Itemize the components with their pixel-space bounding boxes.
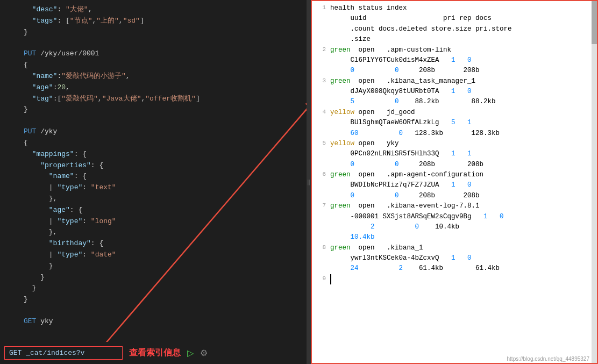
- code-line: }: [0, 104, 307, 116]
- settings-button[interactable]: ⚙: [200, 348, 208, 358]
- run-button[interactable]: ▷: [187, 348, 194, 358]
- code-line: {: [0, 138, 307, 149]
- code-line: "age": {: [0, 205, 307, 216]
- right-output-panel: 1 health status index uuid pri rep docs …: [311, 0, 598, 364]
- code-line: [0, 116, 307, 126]
- scrollbar-thumb[interactable]: [592, 1, 597, 44]
- code-line: }: [0, 294, 307, 305]
- code-line: | "type": "long": [0, 216, 307, 227]
- annotation-label: 查看索引信息: [129, 347, 181, 359]
- code-line: GET yky: [0, 316, 307, 327]
- get-indices-input[interactable]: [4, 346, 123, 360]
- code-line: },: [0, 194, 307, 205]
- code-line: PUT /yky/user/0001: [0, 48, 307, 60]
- output-line-9: 9: [315, 274, 594, 284]
- code-line: [0, 38, 307, 48]
- code-line: "birthday": {: [0, 238, 307, 249]
- code-line: "age":20,: [0, 82, 307, 94]
- panel-divider[interactable]: ‖: [307, 0, 311, 364]
- bottom-input-area: 查看索引信息 ▷ ⚙: [0, 342, 307, 364]
- code-line: }: [0, 261, 307, 272]
- code-line: | "type": "text": [0, 182, 307, 194]
- output-line-2: 2 green open .apm-custom-link Cl6PlYY6TC…: [315, 45, 594, 76]
- code-line: PUT /yky: [0, 126, 307, 138]
- code-line: "name": {: [0, 171, 307, 182]
- code-line: },: [0, 227, 307, 238]
- output-line-4: 4 yellow open jd_good BUlSghmQTaeW6ORfAL…: [315, 108, 594, 139]
- output-content: 1 health status index uuid pri rep docs …: [312, 1, 597, 363]
- right-scrollbar[interactable]: [592, 1, 597, 363]
- code-line: {: [0, 60, 307, 71]
- output-line-3: 3 green open .kibana_task_manager_1 dJAy…: [315, 76, 594, 108]
- code-line: "properties": {: [0, 160, 307, 172]
- code-line: "tag":["爱敲代码","Java大佬","offer收割机"]: [0, 94, 307, 105]
- left-editor-panel: "desc": "大佬", "tags": ["节点","上的","sd"] }…: [0, 0, 307, 364]
- output-line-1: 1 health status index uuid pri rep docs …: [315, 3, 594, 45]
- code-line: "mappings": {: [0, 149, 307, 160]
- code-line: | "type": "date": [0, 249, 307, 261]
- output-line-6: 6 green open .apm-agent-configuration BW…: [315, 170, 594, 201]
- code-line: }: [0, 283, 307, 294]
- code-line: }: [0, 272, 307, 283]
- code-line: "desc": "大佬",: [0, 4, 307, 16]
- url-watermark: https://blog.csdn.net/qq_44895327: [507, 356, 589, 362]
- code-line: }: [0, 27, 307, 38]
- code-line: [0, 305, 307, 316]
- code-line: "tags": ["节点","上的","sd"]: [0, 16, 307, 27]
- output-line-8: 8 green open .kibana_1 ywrl3ntKSCek0a-4b…: [315, 243, 594, 274]
- output-line-5: 5 yellow open yky 0PCn02nLRNiSR5f5Hlh33Q…: [315, 139, 594, 170]
- output-line-7: 7 green open .kibana-event-log-7.8.1 -00…: [315, 201, 594, 243]
- code-line: "name":"爱敲代码的小游子",: [0, 71, 307, 82]
- code-editor: "desc": "大佬", "tags": ["节点","上的","sd"] }…: [0, 4, 307, 364]
